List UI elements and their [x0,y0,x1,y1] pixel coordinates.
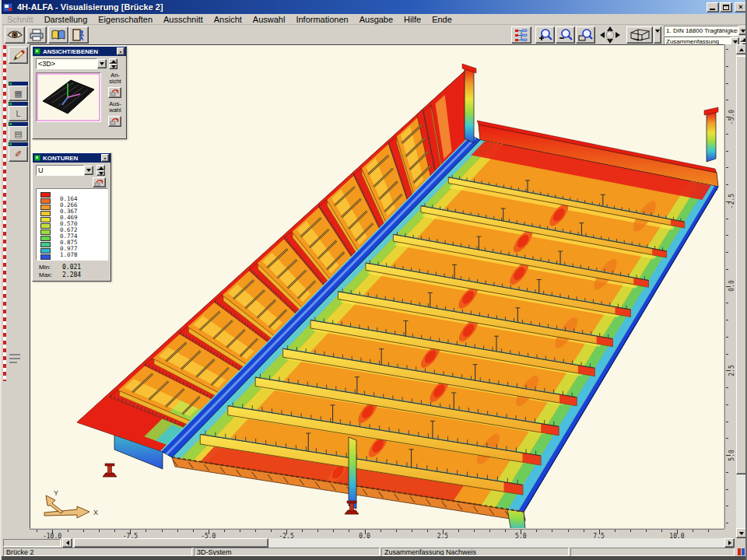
legend-swatch [40,236,51,241]
bridge-3d-model[interactable] [30,45,724,528]
panel-title: ANSICHT/EBENEN [43,48,117,55]
minimize-button[interactable] [707,2,719,12]
menu-item-informationen[interactable]: Informationen [290,14,353,25]
cube-view-dropdown[interactable] [654,26,661,44]
menu-item-hilfe[interactable]: Hilfe [398,14,426,25]
status-section-1: 3D-System [194,548,380,556]
load-case-value: 1. DIN 18800 Tragfähigkeit (Th [666,27,738,34]
menu-bar: SchnittDarstellungEigenschaftenAusschnit… [2,14,747,25]
vruler-label: 5.0 [728,446,735,464]
zoom-in-icon[interactable] [535,26,555,44]
scroll-down-icon[interactable] [736,528,747,538]
status-section-0: Brücke 2 [3,548,192,556]
legend-swatch [40,223,51,229]
menu-item-auswahl[interactable]: Auswahl [247,14,291,25]
auswahl-label: Aus-wahl [104,101,126,114]
close-button[interactable]: × [735,2,747,12]
vertical-ruler: -5.0-2.50.02.55.0 [724,44,736,529]
window-title: 4H-ALFA - Visualisierung [Brücke 2] [17,2,706,12]
view-combo[interactable]: <3D> [36,58,97,69]
status-grip-icon [738,548,745,555]
horizontal-ruler: -10.0-7.5-5.0-2.50.02.55.07.510.0 [30,529,724,538]
eye-icon[interactable] [5,26,25,44]
hscroll-thumb[interactable] [74,538,268,548]
legend-swatch [40,254,51,260]
printer-icon[interactable] [26,26,47,44]
legend-swatch [40,217,51,222]
status-section-2: Zusammenfassung Nachweis [381,548,569,556]
contour-combo[interactable]: U [36,165,84,176]
menu-item-ausgabe[interactable]: Ausgabe [354,14,398,25]
menu-item-eigenschaften[interactable]: Eigenschaften [93,14,158,25]
panel-konturen-titlebar[interactable]: KONTUREN ▪ [33,153,110,163]
table-window-icon[interactable]: ▤ [9,126,28,142]
exit-door-icon[interactable] [68,26,89,44]
contour-spinner[interactable] [96,165,105,176]
panel-ansicht-titlebar[interactable]: ANSICHT/EBENEN ▪ [33,47,126,56]
pan-cross-icon[interactable] [596,26,624,44]
scroll-up-icon[interactable] [736,44,747,54]
legend-min-label: Min: [39,264,51,271]
panel-ansicht-ebenen: ANSICHT/EBENEN ▪ <3D> [32,46,127,139]
contour-combo-dropdown-icon[interactable] [84,166,93,175]
status-section-3 [570,548,735,556]
legend-value: 0.774 [60,233,78,239]
dock-edge-marker [3,45,6,381]
axis-system-icon[interactable]: L [9,106,28,121]
legend-swatch [40,242,51,247]
menu-item-darstellung[interactable]: Darstellung [39,14,93,25]
legend-value: 0.164 [60,195,78,201]
panel-konturen: KONTUREN ▪ U 0.1640.2660.3670.4690.5700.… [32,152,111,282]
menu-item-schnitt[interactable]: Schnitt [2,14,39,25]
ansicht-apply-button[interactable] [108,87,121,98]
tree-structure-icon[interactable] [511,26,531,44]
legend-swatch [40,211,51,216]
view-combo-dropdown-icon[interactable] [97,59,107,68]
load-case-combo[interactable]: 1. DIN 18800 Tragfähigkeit (Th [664,26,738,36]
axis-y-label: Y [54,489,58,497]
viewport-3d[interactable]: Y X ANSICHT/EBENEN ▪ <3D> [30,44,724,529]
view-spinner[interactable] [109,58,117,69]
zoom-out-icon[interactable] [556,26,575,44]
legend-swatch [40,192,51,198]
panel-icon [34,155,40,161]
load-case-dropdown-icon[interactable] [738,26,747,35]
menu-item-ende[interactable]: Ende [426,14,458,25]
axis-x-label: X [93,509,98,516]
view-preview[interactable] [36,72,101,122]
legend-value: 0.875 [60,239,78,245]
zoom-window-icon[interactable] [576,26,595,44]
horizontal-scrollbar[interactable] [2,538,747,548]
vertical-scrollbar[interactable] [736,44,747,538]
panel-title: KONTUREN [43,155,101,162]
menu-item-ausschnitt[interactable]: Ausschnitt [158,14,209,25]
panel-icon [34,48,40,54]
legend-value: 0.672 [60,226,78,233]
scroll-right-icon[interactable] [724,538,735,548]
vruler-label: 2.5 [728,361,735,380]
toolbar: 1. DIN 18800 Tragfähigkeit (Th Zusammenf… [2,25,747,44]
status-bar: Brücke 23D-SystemZusammenfassung Nachwei… [2,548,747,556]
cube-3d-icon[interactable] [626,26,653,44]
scroll-left-icon[interactable] [62,538,72,548]
auswahl-apply-button[interactable] [108,116,121,127]
panel-close-icon[interactable]: ▪ [117,47,124,55]
mesh-grid-icon[interactable]: ▦ [9,86,28,101]
book-icon[interactable] [48,26,68,44]
legend-max-label: Max: [39,271,52,278]
pencil-icon[interactable] [9,47,28,64]
vscroll-thumb[interactable] [736,56,747,474]
contour-legend: 0.1640.2660.3670.4690.5700.6720.7740.875… [36,188,108,261]
menu-item-ansicht[interactable]: Ansicht [209,14,247,25]
axes-triad: Y X [37,488,114,527]
contour-apply-button[interactable] [93,177,106,187]
legend-max-value: 2.284 [62,271,81,278]
pen-tool-icon[interactable]: ✐ [9,146,28,162]
legend-min-value: 0.021 [62,264,81,271]
legend-swatch [40,198,51,204]
maximize-button[interactable] [720,2,732,12]
vruler-label: 0.0 [728,277,735,296]
panel-close-icon[interactable]: ▪ [101,154,109,162]
legend-swatch [40,229,51,235]
title-bar[interactable]: 4H-ALFA - Visualisierung [Brücke 2] × [2,0,747,14]
